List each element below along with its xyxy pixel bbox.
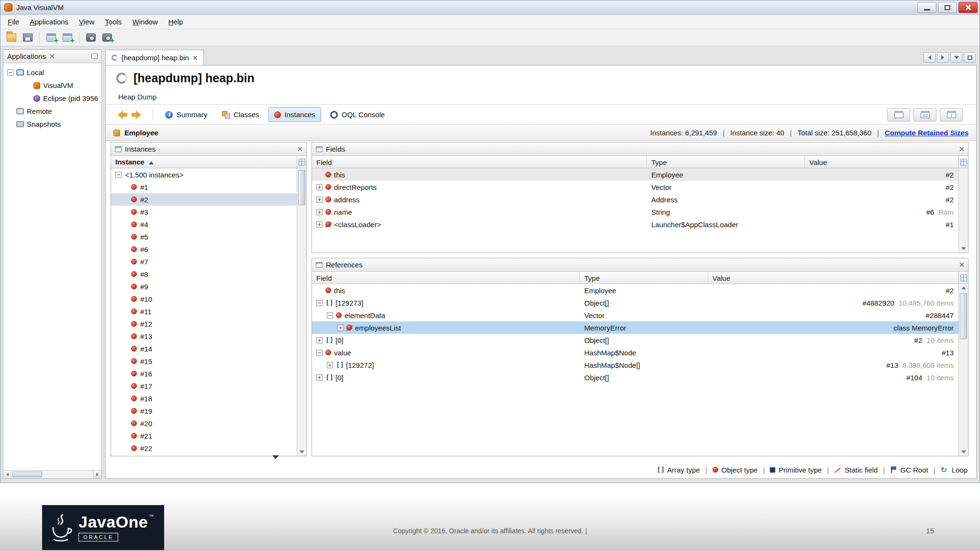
instance-row[interactable]: #1: [111, 181, 297, 193]
instances-root-row[interactable]: <1,500 instances>: [111, 168, 297, 181]
scrollbar-track[interactable]: [11, 471, 93, 478]
instance-row[interactable]: #10: [111, 293, 297, 305]
toggle-fields-pane-button[interactable]: [887, 108, 910, 121]
table-row[interactable]: directReportsVector#2: [312, 181, 958, 193]
table-row[interactable]: elementDataVector#288447: [312, 309, 958, 321]
instance-row[interactable]: #7: [111, 255, 297, 268]
scroll-down-button[interactable]: [959, 448, 968, 456]
scrollbar-thumb[interactable]: [12, 472, 42, 477]
expand-icon[interactable]: [316, 209, 323, 215]
table-row[interactable]: <classLoader>Launcher$AppClassLoader#1: [312, 218, 958, 231]
close-instances-panel-icon[interactable]: [297, 146, 302, 152]
expand-icon[interactable]: [316, 197, 323, 203]
column-header-type[interactable]: Type: [580, 272, 708, 284]
table-row[interactable]: nameString#6Ram: [312, 206, 958, 218]
toggle-preview-pane-button[interactable]: [940, 108, 963, 121]
scroll-down-button[interactable]: [297, 448, 306, 456]
instance-row[interactable]: #19: [111, 405, 297, 417]
instance-row[interactable]: #11: [111, 305, 297, 318]
column-header-field[interactable]: Field: [312, 272, 580, 284]
minimize-button[interactable]: [917, 2, 936, 13]
take-thread-dump-button[interactable]: [83, 31, 99, 45]
expand-icon[interactable]: [316, 337, 323, 343]
collapse-icon[interactable]: [316, 300, 323, 306]
instance-row[interactable]: #5: [111, 231, 297, 243]
instance-row[interactable]: #14: [111, 342, 297, 355]
close-button[interactable]: [958, 2, 978, 13]
collapse-icon[interactable]: [7, 69, 13, 76]
instance-row[interactable]: #16: [111, 367, 297, 380]
scrollbar-thumb[interactable]: [298, 170, 305, 205]
add-application-snapshot-button[interactable]: [43, 31, 59, 45]
scrollbar-thumb[interactable]: [960, 293, 967, 339]
vertical-scrollbar[interactable]: [297, 168, 306, 448]
scroll-down-button[interactable]: [959, 245, 968, 253]
vertical-scrollbar[interactable]: [959, 292, 968, 448]
tree-item-snapshots[interactable]: Snapshots: [3, 118, 101, 131]
instance-row[interactable]: #4: [111, 218, 297, 231]
compute-retained-sizes-link[interactable]: Compute Retained Sizes: [885, 129, 969, 137]
close-fields-panel-icon[interactable]: [959, 146, 964, 152]
instance-row[interactable]: #21: [111, 430, 297, 442]
toggle-references-pane-button[interactable]: [913, 108, 936, 121]
menu-tools[interactable]: Tools: [100, 16, 127, 28]
instance-row[interactable]: #17: [111, 380, 297, 392]
forward-button[interactable]: [132, 110, 145, 119]
expand-icon[interactable]: [327, 362, 333, 368]
scroll-up-button[interactable]: [959, 284, 968, 292]
horizontal-scrollbar[interactable]: [3, 470, 101, 478]
instances-button[interactable]: Instances: [268, 107, 321, 122]
instance-column-header[interactable]: Instance: [111, 156, 297, 168]
close-panel-icon[interactable]: [49, 54, 55, 59]
tree-item-local[interactable]: Local: [3, 66, 101, 79]
table-row[interactable]: thisEmployee#2: [312, 168, 958, 181]
minimize-panel-button[interactable]: [91, 54, 98, 59]
menu-view[interactable]: View: [74, 16, 100, 28]
expand-icon[interactable]: [316, 184, 323, 190]
instance-row[interactable]: #9: [111, 280, 297, 293]
save-snapshot-button[interactable]: [20, 31, 36, 45]
expand-icon[interactable]: [316, 221, 323, 228]
table-row[interactable]: thisEmployee#2: [312, 284, 958, 297]
tree-item-remote[interactable]: Remote: [3, 105, 101, 118]
maximize-group-button[interactable]: [964, 52, 976, 63]
column-header-type[interactable]: Type: [647, 156, 805, 168]
collapse-icon[interactable]: [327, 312, 333, 319]
menu-file[interactable]: File: [2, 16, 24, 28]
menu-applications[interactable]: Applications: [24, 16, 74, 28]
instance-row[interactable]: #15: [111, 355, 297, 367]
instance-row[interactable]: #18: [111, 392, 297, 405]
collapse-icon[interactable]: [115, 172, 122, 178]
minimize-group-button[interactable]: [950, 52, 962, 63]
tree-item-visualvm[interactable]: VisualVM: [3, 79, 101, 92]
add-jmx-connection-button[interactable]: [59, 31, 76, 45]
tab-heapdump[interactable]: [heapdump] heap.bin: [105, 50, 204, 66]
instance-row[interactable]: #13: [111, 330, 297, 342]
column-header-value[interactable]: Value: [708, 272, 958, 284]
table-settings-button[interactable]: [297, 156, 306, 168]
scroll-left-button[interactable]: [3, 471, 11, 478]
take-heap-dump-button[interactable]: [99, 31, 115, 45]
vertical-scrollbar[interactable]: [959, 168, 968, 245]
classes-button[interactable]: Classes: [216, 107, 265, 122]
summary-button[interactable]: Summary: [159, 107, 213, 122]
table-row[interactable]: [129273]Object[]#488292010,485,760 items: [312, 297, 958, 309]
instance-row[interactable]: #6: [111, 243, 297, 255]
expand-icon[interactable]: [337, 325, 344, 331]
scroll-tabs-left-button[interactable]: [924, 52, 935, 63]
table-row[interactable]: valueHashMap$Node#13: [312, 346, 958, 359]
table-row[interactable]: [0]Object[]#10410 items: [312, 371, 958, 384]
maximize-button[interactable]: [938, 2, 957, 13]
column-header-field[interactable]: Field: [312, 156, 647, 168]
table-row[interactable]: addressAddress#2: [312, 193, 958, 206]
instance-row[interactable]: #22: [111, 442, 297, 454]
instance-row[interactable]: #2: [111, 193, 297, 206]
table-row[interactable]: [0]Object[]#210 items: [312, 334, 958, 346]
scroll-more-indicator-icon[interactable]: [272, 455, 279, 463]
instance-row[interactable]: #8: [111, 268, 297, 280]
close-tab-icon[interactable]: [193, 55, 198, 60]
table-settings-button[interactable]: [959, 272, 968, 284]
scroll-right-button[interactable]: [93, 471, 101, 478]
instance-row[interactable]: #12: [111, 318, 297, 330]
tree-item-eclipse-pid-3956[interactable]: Eclipse (pid 3956: [3, 92, 101, 105]
